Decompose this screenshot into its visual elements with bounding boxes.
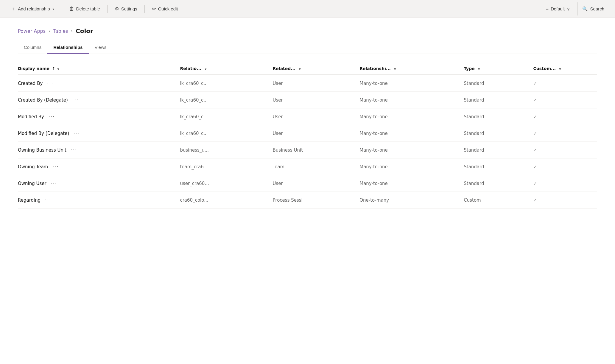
- cell-type-5: Standard: [464, 158, 533, 175]
- row-more-button-2[interactable]: ···: [46, 114, 58, 119]
- check-icon-0: ✓: [533, 81, 537, 86]
- check-icon-7: ✓: [533, 197, 537, 203]
- cell-relationship-type-6: Many-to-one: [359, 175, 464, 192]
- cell-type-6: Standard: [464, 175, 533, 192]
- cell-display-name-0: Created By ···: [18, 75, 180, 92]
- cell-relationship-type-0: Many-to-one: [359, 75, 464, 92]
- delete-table-label: Delete table: [76, 6, 100, 11]
- check-icon-2: ✓: [533, 114, 537, 119]
- plus-icon: ＋: [11, 5, 16, 12]
- cell-related-table-7: Process Sessi: [273, 192, 360, 209]
- col-chevron-relation[interactable]: ∨: [204, 67, 207, 71]
- header-row: Display name ↑ ∨ Relatio... ∨ Related...…: [18, 63, 597, 75]
- default-label: Default: [551, 6, 565, 11]
- search-button[interactable]: 🔍 Search: [577, 2, 609, 15]
- tab-views[interactable]: Views: [89, 42, 113, 54]
- display-name-text-5: Owning Team: [18, 164, 48, 169]
- cell-display-name-7: Regarding ···: [18, 192, 180, 209]
- breadcrumb: Power Apps › Tables › Color: [18, 27, 597, 35]
- cell-customizable-7: ✓: [533, 192, 597, 209]
- cell-related-table-2: User: [273, 108, 360, 125]
- row-more-button-5[interactable]: ···: [49, 164, 62, 169]
- cell-relationship-type-4: Many-to-one: [359, 142, 464, 158]
- check-icon-5: ✓: [533, 164, 537, 169]
- table-area: Display name ↑ ∨ Relatio... ∨ Related...…: [0, 54, 615, 209]
- col-type[interactable]: Type ∨: [464, 63, 533, 75]
- cell-relation-name-6: user_cra60...: [180, 175, 273, 192]
- pencil-icon: ✏: [152, 6, 156, 12]
- table-body: Created By ··· lk_cra60_c... User Many-t…: [18, 75, 597, 209]
- col-chevron-type[interactable]: ∨: [478, 67, 480, 71]
- cell-customizable-1: ✓: [533, 92, 597, 108]
- col-chevron-custom[interactable]: ∨: [559, 67, 561, 71]
- cell-relation-name-4: business_u...: [180, 142, 273, 158]
- quick-edit-label: Quick edit: [158, 6, 178, 11]
- cell-related-table-4: Business Unit: [273, 142, 360, 158]
- trash-icon: 🗑: [69, 6, 74, 12]
- tabs-area: Columns Relationships Views: [0, 35, 615, 54]
- breadcrumb-tables[interactable]: Tables: [53, 28, 68, 34]
- tab-relationships[interactable]: Relationships: [47, 42, 88, 54]
- display-name-text-6: Owning User: [18, 181, 46, 186]
- display-name-text-0: Created By: [18, 81, 43, 86]
- cell-related-table-5: Team: [273, 158, 360, 175]
- toolbar-left: ＋ Add relationship ∨ 🗑 Delete table ⚙ Se…: [6, 2, 541, 15]
- row-more-button-6[interactable]: ···: [48, 181, 60, 186]
- col-customizable[interactable]: Custom... ∨: [533, 63, 597, 75]
- col-chevron-display[interactable]: ∨: [57, 67, 60, 71]
- default-button[interactable]: ≡ Default ∨: [541, 4, 575, 14]
- row-more-button-0[interactable]: ···: [44, 80, 56, 86]
- display-name-text-4: Owning Business Unit: [18, 147, 66, 153]
- cell-relation-name-1: lk_cra60_c...: [180, 92, 273, 108]
- tabs: Columns Relationships Views: [18, 42, 597, 54]
- cell-related-table-0: User: [273, 75, 360, 92]
- tab-columns[interactable]: Columns: [18, 42, 47, 54]
- cell-related-table-6: User: [273, 175, 360, 192]
- display-name-text-2: Modified By: [18, 114, 44, 119]
- display-name-text-7: Regarding: [18, 197, 41, 203]
- row-more-button-1[interactable]: ···: [69, 97, 82, 103]
- col-related-table[interactable]: Related... ∨: [273, 63, 360, 75]
- breadcrumb-current: Color: [76, 27, 93, 35]
- add-relationship-button[interactable]: ＋ Add relationship ∨: [6, 2, 59, 15]
- cell-customizable-6: ✓: [533, 175, 597, 192]
- cell-customizable-5: ✓: [533, 158, 597, 175]
- col-relationship-type[interactable]: Relationshi... ∨: [359, 63, 464, 75]
- cell-customizable-4: ✓: [533, 142, 597, 158]
- add-relationship-label: Add relationship: [18, 6, 50, 11]
- col-display-name[interactable]: Display name ↑ ∨: [18, 63, 180, 75]
- cell-relationship-type-2: Many-to-one: [359, 108, 464, 125]
- col-chevron-related[interactable]: ∨: [298, 67, 301, 71]
- col-chevron-relship[interactable]: ∨: [394, 67, 396, 71]
- check-icon-1: ✓: [533, 97, 537, 103]
- sort-up-icon: ↑: [52, 66, 55, 71]
- row-more-button-3[interactable]: ···: [71, 130, 83, 136]
- toolbar-divider-2: [107, 5, 108, 13]
- table-header: Display name ↑ ∨ Relatio... ∨ Related...…: [18, 63, 597, 75]
- breadcrumb-power-apps[interactable]: Power Apps: [18, 28, 46, 34]
- cell-relation-name-3: lk_cra60_c...: [180, 125, 273, 142]
- delete-table-button[interactable]: 🗑 Delete table: [64, 2, 105, 15]
- cell-relation-name-0: lk_cra60_c...: [180, 75, 273, 92]
- cell-relation-name-5: team_cra6...: [180, 158, 273, 175]
- chevron-down-icon: ∨: [52, 7, 55, 11]
- row-more-button-4[interactable]: ···: [68, 147, 80, 153]
- toolbar-divider-3: [144, 5, 145, 13]
- search-icon: 🔍: [582, 6, 588, 12]
- breadcrumb-sep-2: ›: [71, 29, 73, 33]
- toolbar: ＋ Add relationship ∨ 🗑 Delete table ⚙ Se…: [0, 0, 615, 18]
- table-row: Modified By (Delegate) ··· lk_cra60_c...…: [18, 125, 597, 142]
- quick-edit-button[interactable]: ✏ Quick edit: [147, 2, 183, 15]
- check-icon-3: ✓: [533, 131, 537, 136]
- table-row: Created By (Delegate) ··· lk_cra60_c... …: [18, 92, 597, 108]
- settings-button[interactable]: ⚙ Settings: [110, 2, 142, 15]
- cell-relationship-type-7: One-to-many: [359, 192, 464, 209]
- cell-customizable-0: ✓: [533, 75, 597, 92]
- table-row: Owning Business Unit ··· business_u... B…: [18, 142, 597, 158]
- row-more-button-7[interactable]: ···: [42, 197, 54, 203]
- cell-display-name-1: Created By (Delegate) ···: [18, 92, 180, 108]
- cell-display-name-4: Owning Business Unit ···: [18, 142, 180, 158]
- cell-type-2: Standard: [464, 108, 533, 125]
- col-relation-name[interactable]: Relatio... ∨: [180, 63, 273, 75]
- gear-icon: ⚙: [115, 6, 119, 12]
